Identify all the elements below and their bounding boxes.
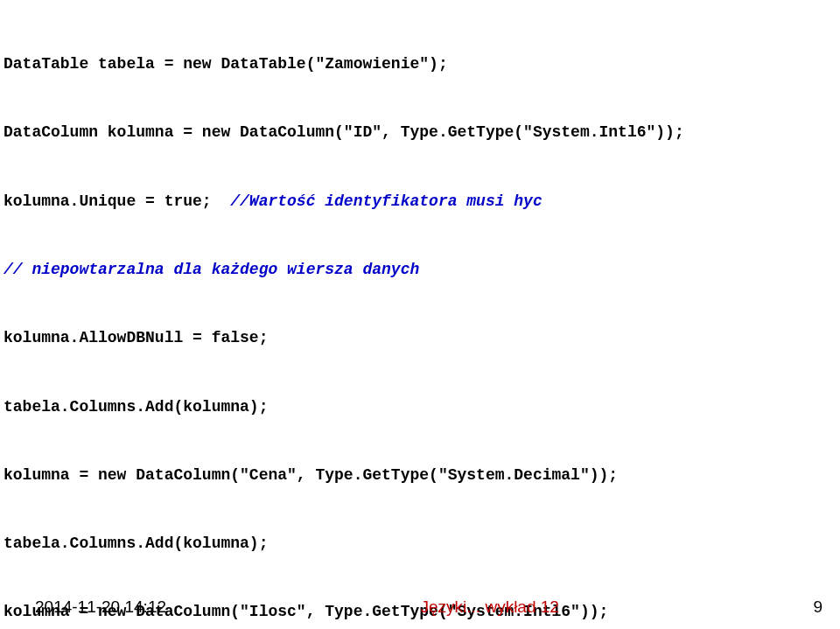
- code-comment: //Wartość identyfikatora musi hyc: [230, 192, 542, 210]
- code-line: kolumna = new DataColumn("Cena", Type.Ge…: [4, 464, 836, 486]
- code-text: tabela.Columns.Add(kolumna);: [4, 398, 268, 416]
- code-line: DataColumn kolumna = new DataColumn("ID"…: [4, 121, 836, 143]
- footer-title: Języki... wykład 12: [421, 598, 559, 617]
- code-line: kolumna.AllowDBNull = false;: [4, 326, 836, 349]
- code-comment: // niepowtarzalna dla każdego wiersza da…: [4, 261, 419, 278]
- code-line: // niepowtarzalna dla każdego wiersza da…: [4, 258, 836, 281]
- code-text: DataTable tabela = new DataTable("Zamowi…: [4, 55, 448, 73]
- code-block: DataTable tabela = new DataTable("Zamowi…: [0, 0, 840, 629]
- code-line: tabela.Columns.Add(kolumna);: [4, 395, 836, 418]
- footer-timestamp: 2014-11-20 14:12: [35, 598, 166, 617]
- code-line: tabela.Columns.Add(kolumna);: [4, 532, 836, 555]
- code-text: tabela.Columns.Add(kolumna);: [4, 535, 268, 552]
- slide-page: DataTable tabela = new DataTable("Zamowi…: [0, 0, 840, 629]
- code-text: DataColumn kolumna = new DataColumn("ID"…: [4, 123, 684, 141]
- code-line: kolumna.Unique = true; //Wartość identyf…: [4, 190, 836, 213]
- footer-page-number: 9: [813, 598, 822, 617]
- slide-footer: 2014-11-20 14:12 Języki... wykład 12 9: [0, 598, 840, 617]
- code-line: DataTable tabela = new DataTable("Zamowi…: [4, 52, 836, 75]
- code-text: kolumna.AllowDBNull = false;: [4, 329, 268, 346]
- code-text: kolumna = new DataColumn("Cena", Type.Ge…: [4, 466, 618, 484]
- code-text: kolumna.Unique = true;: [4, 192, 230, 210]
